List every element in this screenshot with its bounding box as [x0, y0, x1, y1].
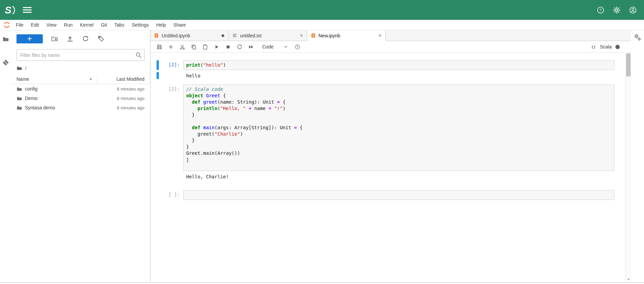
file-row-config[interactable]: config 6 minutes ago: [11, 84, 150, 94]
notebook-icon: [311, 33, 316, 38]
column-name-label: Name: [16, 76, 29, 82]
menu-help[interactable]: Help: [152, 20, 170, 30]
cell-output-row: Hello, Charlie!: [157, 173, 623, 180]
sort-ascending-icon: [89, 77, 93, 81]
tab-label: Untitled.ipynb: [162, 33, 217, 38]
run-all-cells-button[interactable]: [246, 42, 256, 51]
folder-icon: [16, 86, 22, 92]
save-button[interactable]: [155, 42, 164, 51]
debugger-bug-icon[interactable]: [591, 44, 596, 49]
home-folder-icon[interactable]: [16, 65, 22, 71]
insert-cell-button[interactable]: [166, 42, 176, 51]
breadcrumb: /: [11, 61, 150, 74]
right-activity-bar: [631, 30, 644, 282]
cell-collapser[interactable]: [157, 84, 159, 171]
restart-kernel-button[interactable]: [235, 42, 244, 51]
topbar-actions: ?: [597, 6, 639, 14]
gear-icon[interactable]: [613, 6, 620, 14]
output-collapser[interactable]: [157, 72, 159, 79]
close-icon[interactable]: [377, 33, 383, 39]
cell-output: hello: [183, 72, 623, 79]
scrollbar-down-icon[interactable]: [625, 277, 631, 282]
paste-cells-button[interactable]: [200, 42, 210, 51]
user-icon[interactable]: [629, 6, 637, 14]
app-logo-mark: [12, 6, 15, 14]
property-inspector-gears-icon[interactable]: [634, 33, 642, 41]
git-icon[interactable]: [2, 59, 10, 67]
plus-icon: [27, 36, 32, 41]
cell-collapser[interactable]: [157, 190, 159, 200]
cell-type-dropdown[interactable]: Code: [262, 44, 288, 49]
left-activity-bar: [0, 30, 11, 282]
dock-area: / Name Last Modified config 6 minutes ag…: [0, 30, 644, 282]
input-prompt: [2]:: [162, 84, 183, 171]
cut-cells-button[interactable]: [177, 42, 187, 51]
file-name: Syntasa demo: [25, 105, 55, 110]
text-file-icon: [232, 33, 237, 38]
run-cell-button[interactable]: [212, 42, 222, 51]
code-cell-2: [2]: // Scala codeobject Greet { def gre…: [157, 84, 623, 180]
tab-untitled-txt[interactable]: untitled.txt: [229, 30, 307, 41]
cell-collapser[interactable]: [157, 60, 159, 70]
tab-new-ipynb[interactable]: New.ipynb: [307, 30, 386, 41]
notebook-scroll-area: [2]: print("hello") hello [2]: // Scala …: [150, 53, 625, 282]
menu-icon[interactable]: [23, 6, 32, 14]
code-editor[interactable]: // Scala codeobject Greet { def greet(na…: [183, 84, 614, 171]
output-prompt: [162, 173, 183, 180]
interrupt-kernel-button[interactable]: [223, 42, 233, 51]
output-prompt: [162, 72, 183, 79]
status-bar: [0, 282, 644, 284]
jupyter-logo-icon: [3, 22, 10, 28]
new-folder-icon[interactable]: [51, 35, 58, 42]
output-collapser[interactable]: [157, 173, 159, 180]
scrollbar-thumb[interactable]: [626, 54, 631, 76]
file-modified: 6 minutes ago: [97, 96, 150, 101]
menu-file[interactable]: File: [12, 20, 27, 30]
tab-bar: Untitled.ipynb untitled.txt New.ipynb: [150, 30, 631, 41]
file-list-header: Name Last Modified: [11, 74, 150, 84]
git-clone-icon[interactable]: [97, 35, 105, 42]
kernel-status-icon[interactable]: [615, 45, 620, 49]
modified-indicator[interactable]: [222, 34, 224, 37]
copy-cells-button[interactable]: [189, 42, 199, 51]
menu-settings[interactable]: Settings: [128, 20, 152, 30]
notebook-panel: [2]: print("hello") hello [2]: // Scala …: [150, 53, 631, 282]
file-modified: 6 minutes ago: [97, 86, 150, 92]
close-icon[interactable]: [298, 33, 304, 39]
kernel-name[interactable]: Scala: [600, 44, 612, 49]
menu-run[interactable]: Run: [60, 20, 76, 30]
tab-untitled-ipynb[interactable]: Untitled.ipynb: [150, 30, 229, 41]
notebook-icon: [154, 33, 159, 38]
menu-tabs[interactable]: Tabs: [111, 20, 128, 30]
vertical-scrollbar[interactable]: [625, 53, 631, 282]
cell-input-row: [ ]:: [157, 190, 623, 200]
file-browser-toolbar: [11, 33, 150, 44]
breadcrumb-root[interactable]: /: [25, 66, 27, 71]
execution-time-icon[interactable]: [293, 42, 302, 51]
file-row-demo[interactable]: Demo 6 minutes ago: [11, 94, 150, 103]
menu-git[interactable]: Git: [97, 20, 111, 30]
app-topbar: S ?: [0, 0, 644, 20]
cell-input-row: [2]: print("hello"): [157, 60, 623, 70]
svg-text:?: ?: [600, 8, 602, 12]
help-icon[interactable]: ?: [597, 6, 604, 14]
column-header-name[interactable]: Name: [11, 74, 97, 84]
app-logo-text: S: [5, 4, 11, 16]
cell-output-row: hello: [157, 72, 623, 79]
tab-label: New.ipynb: [318, 33, 374, 38]
menu-kernel[interactable]: Kernel: [76, 20, 97, 30]
menu-share[interactable]: Share: [170, 20, 190, 30]
new-launcher-button[interactable]: [16, 34, 43, 43]
menu-view[interactable]: View: [43, 20, 60, 30]
file-browser-icon[interactable]: [2, 35, 10, 43]
column-modified-label: Last Modified: [116, 76, 144, 82]
refresh-icon[interactable]: [82, 35, 89, 42]
file-row-syntasa-demo[interactable]: Syntasa demo 6 minutes ago: [11, 103, 150, 112]
menu-edit[interactable]: Edit: [27, 20, 43, 30]
code-editor[interactable]: print("hello"): [183, 60, 614, 70]
upload-icon[interactable]: [66, 35, 74, 42]
input-prompt: [ ]:: [162, 190, 183, 200]
column-header-modified[interactable]: Last Modified: [97, 74, 150, 84]
filter-files-input[interactable]: [16, 49, 145, 61]
code-editor[interactable]: [183, 190, 614, 200]
